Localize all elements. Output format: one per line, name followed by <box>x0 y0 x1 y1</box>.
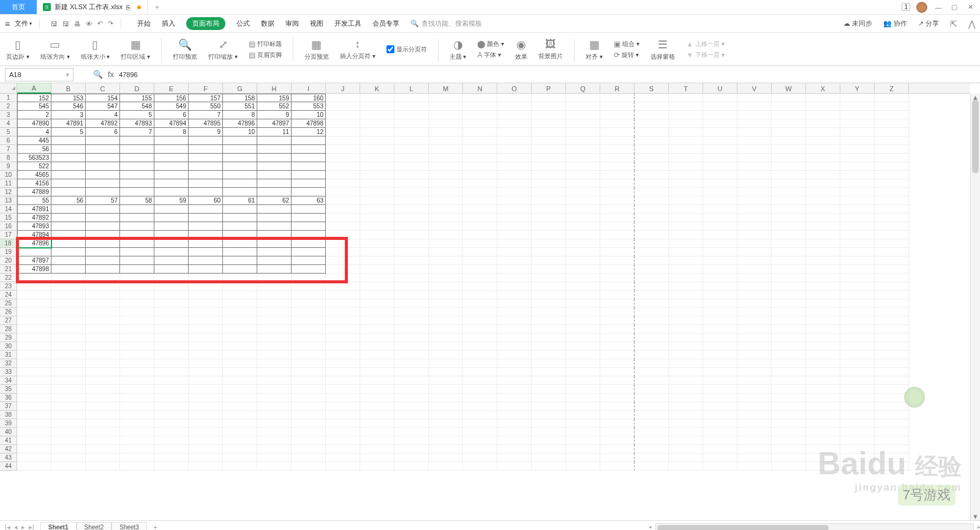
cell[interactable] <box>600 222 635 231</box>
cell[interactable] <box>497 94 532 102</box>
cell[interactable] <box>703 179 737 188</box>
cell[interactable] <box>463 136 497 145</box>
cell[interactable] <box>86 462 120 471</box>
cell[interactable] <box>154 154 189 162</box>
cell[interactable] <box>840 436 875 445</box>
column-header[interactable]: A <box>17 83 51 94</box>
cell[interactable] <box>394 196 429 205</box>
row-header[interactable]: 24 <box>0 291 17 299</box>
cell[interactable] <box>51 316 86 325</box>
cell[interactable] <box>51 282 86 291</box>
cell[interactable] <box>806 411 840 419</box>
cell[interactable] <box>806 274 840 282</box>
cell[interactable] <box>326 428 360 436</box>
cell[interactable] <box>394 179 429 188</box>
cell[interactable] <box>669 316 703 325</box>
cell[interactable] <box>360 385 394 394</box>
cell[interactable] <box>600 445 635 453</box>
cell[interactable]: 47889 <box>17 188 51 196</box>
cell[interactable] <box>120 188 154 196</box>
cell[interactable] <box>223 282 257 291</box>
cell[interactable] <box>154 351 189 359</box>
cell[interactable] <box>566 308 600 316</box>
cell[interactable] <box>394 145 429 154</box>
cell[interactable] <box>532 351 566 359</box>
cell[interactable] <box>703 291 737 299</box>
cell[interactable] <box>840 119 875 128</box>
cell[interactable] <box>532 316 566 325</box>
cell[interactable] <box>292 359 326 368</box>
cell[interactable] <box>772 359 806 368</box>
cell[interactable] <box>51 299 86 308</box>
cell[interactable]: 152 <box>17 94 51 102</box>
cell[interactable] <box>840 419 875 428</box>
cell[interactable] <box>840 196 875 205</box>
cell[interactable]: 9 <box>189 128 223 136</box>
cell[interactable] <box>223 351 257 359</box>
cell[interactable] <box>326 308 360 316</box>
another-save-icon[interactable]: 🖫 <box>62 20 69 28</box>
cell[interactable] <box>875 376 909 385</box>
cell[interactable] <box>292 291 326 299</box>
cell[interactable] <box>703 145 737 154</box>
cell[interactable] <box>429 419 463 428</box>
cell[interactable] <box>429 385 463 394</box>
cell[interactable] <box>394 162 429 171</box>
vertical-scrollbar[interactable]: ▲ ▼ <box>970 94 980 520</box>
cell[interactable] <box>875 411 909 419</box>
cell[interactable] <box>669 128 703 136</box>
cell[interactable] <box>840 385 875 394</box>
cell[interactable] <box>51 265 86 274</box>
cell[interactable] <box>669 385 703 394</box>
cell[interactable]: 545 <box>17 102 51 111</box>
horizontal-scrollbar[interactable]: ◂ ▸ <box>655 523 974 531</box>
cell[interactable] <box>360 325 394 334</box>
column-header[interactable]: B <box>51 83 86 94</box>
cell[interactable] <box>840 351 875 359</box>
cell[interactable] <box>51 154 86 162</box>
cell[interactable] <box>532 231 566 239</box>
cell[interactable] <box>394 111 429 119</box>
cell[interactable] <box>51 162 86 171</box>
cell[interactable] <box>737 394 772 402</box>
cell[interactable] <box>257 376 292 385</box>
cell[interactable] <box>292 179 326 188</box>
cell[interactable] <box>51 231 86 239</box>
cell[interactable] <box>703 222 737 231</box>
cell[interactable] <box>635 136 669 145</box>
cell[interactable] <box>566 154 600 162</box>
cell[interactable] <box>326 436 360 445</box>
cell[interactable] <box>292 316 326 325</box>
cell[interactable] <box>394 239 429 248</box>
cell[interactable]: 546 <box>51 102 86 111</box>
cell[interactable]: 56 <box>17 145 51 154</box>
cell[interactable] <box>463 214 497 222</box>
cell[interactable] <box>737 265 772 274</box>
cell[interactable] <box>257 308 292 316</box>
cell[interactable] <box>703 119 737 128</box>
cell[interactable] <box>394 376 429 385</box>
row-header[interactable]: 39 <box>0 419 17 428</box>
cell[interactable] <box>86 325 120 334</box>
cell[interactable] <box>875 136 909 145</box>
cell[interactable] <box>189 402 223 411</box>
cell[interactable] <box>257 325 292 334</box>
cell[interactable] <box>669 256 703 265</box>
cell[interactable] <box>189 419 223 428</box>
cell[interactable] <box>806 205 840 214</box>
cell[interactable] <box>292 376 326 385</box>
cell[interactable] <box>223 453 257 462</box>
scroll-thumb[interactable] <box>972 100 979 173</box>
cell[interactable] <box>223 436 257 445</box>
cell[interactable] <box>51 325 86 334</box>
cell[interactable] <box>635 299 669 308</box>
cell[interactable] <box>875 445 909 453</box>
cell[interactable] <box>600 308 635 316</box>
cell[interactable] <box>669 231 703 239</box>
cell[interactable] <box>86 154 120 162</box>
cell[interactable] <box>223 419 257 428</box>
cell[interactable] <box>566 325 600 334</box>
cell[interactable] <box>326 256 360 265</box>
cell[interactable] <box>806 214 840 222</box>
cell[interactable] <box>223 179 257 188</box>
